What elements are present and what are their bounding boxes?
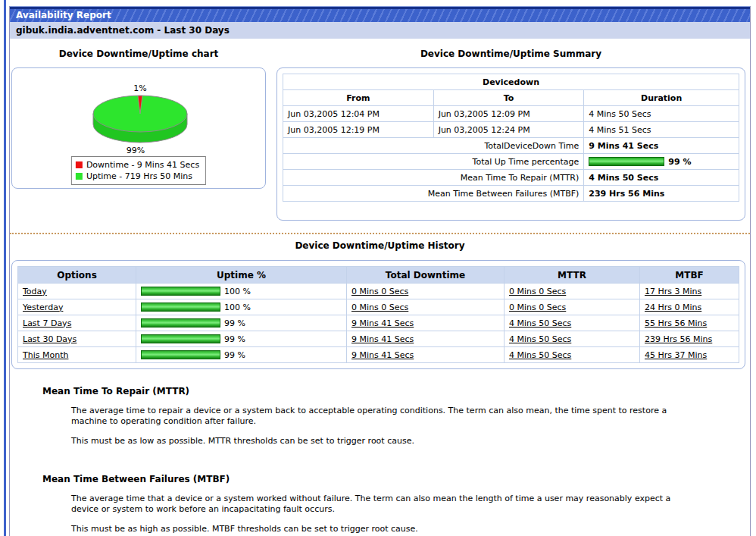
- pie-label-uptime-pct: 99%: [127, 146, 145, 155]
- summary-header-row: From To Duration: [283, 90, 739, 106]
- history-row-this-month: This Month 99 % 9 Mins 41 Secs 4 Mins 50…: [18, 347, 739, 363]
- devicedown-table-title: Devicedown: [283, 74, 739, 90]
- downtime-from: Jun 03,2005 12:04 PM: [283, 106, 434, 122]
- mtbf-link[interactable]: 239 Hrs 56 Mins: [645, 334, 712, 344]
- legend-uptime-label: Uptime - 719 Hrs 50 Mins: [86, 171, 192, 181]
- pie-label-downtime-pct: 1%: [133, 83, 146, 93]
- uptime-progress-bar: [141, 334, 220, 343]
- stat-row-total-down: TotalDeviceDown Time 9 Mins 41 Secs: [283, 138, 739, 154]
- history-row-last-30-days: Last 30 Days 99 % 9 Mins 41 Secs 4 Mins …: [18, 331, 739, 347]
- history-panel: Options Uptime % Total Downtime MTTR MTB…: [11, 260, 745, 369]
- chart-section-title: Device Downtime/Uptime chart: [11, 49, 266, 59]
- history-row-yesterday: Yesterday 100 % 0 Mins 0 Secs 0 Mins 0 S…: [18, 299, 739, 315]
- total-downtime-link[interactable]: 9 Mins 41 Secs: [351, 318, 414, 328]
- downtime-duration: 4 Mins 51 Secs: [584, 122, 739, 138]
- stat-label-mtbf: Mean Time Between Failures (MTBF): [283, 186, 584, 202]
- uptime-pct-value: 99 %: [224, 350, 245, 360]
- summary-section-title: Device Downtime/Uptime Summary: [276, 49, 745, 59]
- col-header-mttr: MTTR: [505, 267, 640, 284]
- downtime-from: Jun 03,2005 12:19 PM: [283, 122, 434, 138]
- pie-chart-panel: 1% 99% Downtime - 9 Mins 41 Secs Uptime …: [11, 67, 266, 189]
- mtbf-link[interactable]: 45 Hrs 37 Mins: [645, 350, 707, 360]
- legend-downtime-label: Downtime - 9 Mins 41 Secs: [86, 160, 199, 170]
- col-header-total-downtime: Total Downtime: [347, 267, 505, 284]
- total-downtime-link[interactable]: 9 Mins 41 Secs: [351, 350, 414, 360]
- mtbf-note: This must be as high as possible. MTBF t…: [71, 524, 694, 534]
- mttr-description: The average time to repair a device or a…: [71, 406, 694, 427]
- mttr-link[interactable]: 4 Mins 50 Secs: [509, 334, 571, 344]
- option-link-last-7-days[interactable]: Last 7 Days: [23, 318, 71, 328]
- mtbf-link[interactable]: 24 Hrs 0 Mins: [645, 302, 701, 312]
- mttr-link[interactable]: 4 Mins 50 Secs: [509, 318, 571, 328]
- option-link-today[interactable]: Today: [23, 287, 47, 296]
- mttr-note: This must be as low as possible. MTTR th…: [71, 436, 694, 447]
- summary-panel: Devicedown From To Duration Jun 03,2005 …: [276, 67, 745, 221]
- uptime-progress-bar: [141, 350, 220, 359]
- total-downtime-link[interactable]: 0 Mins 0 Secs: [351, 287, 408, 296]
- stat-label-mttr: Mean Time To Repair (MTTR): [283, 170, 584, 186]
- col-header-duration: Duration: [584, 90, 739, 106]
- stat-value-mttr: 4 Mins 50 Secs: [584, 170, 739, 186]
- history-row-today: Today 100 % 0 Mins 0 Secs 0 Mins 0 Secs …: [18, 284, 739, 299]
- legend-row-downtime: Downtime - 9 Mins 41 Secs: [76, 159, 199, 171]
- mtbf-link[interactable]: 55 Hrs 56 Mins: [645, 318, 707, 328]
- stat-row-mtbf: Mean Time Between Failures (MTBF) 239 Hr…: [283, 186, 739, 202]
- col-header-mtbf: MTBF: [640, 267, 739, 284]
- history-header-row: Options Uptime % Total Downtime MTTR MTB…: [18, 267, 739, 284]
- uptime-pct-value: 100 %: [224, 287, 251, 296]
- col-header-uptime: Uptime %: [136, 267, 347, 284]
- uptime-progress-bar: [141, 302, 220, 312]
- mtbf-description: The average time that a device or a syst…: [71, 494, 694, 515]
- col-header-to: To: [433, 90, 584, 106]
- top-section: Device Downtime/Uptime chart 1% 99% Down…: [10, 39, 750, 221]
- uptime-swatch-icon: [76, 173, 83, 180]
- downtime-row: Jun 03,2005 12:19 PM Jun 03,2005 12:24 P…: [283, 122, 739, 138]
- report-page: Availability Report gibuk.india.adventne…: [9, 6, 751, 536]
- option-link-last-30-days[interactable]: Last 30 Days: [23, 334, 77, 344]
- device-subtitle: gibuk.india.adventnet.com - Last 30 Days: [10, 22, 750, 39]
- legend-row-uptime: Uptime - 719 Hrs 50 Mins: [76, 171, 199, 182]
- uptime-pct-value: 99 %: [224, 334, 245, 344]
- glossary-section: Mean Time To Repair (MTTR) The average t…: [10, 369, 750, 534]
- uptime-progress-bar: [141, 287, 220, 296]
- stat-value-total-down: 9 Mins 41 Secs: [584, 138, 739, 154]
- uptime-pct-value: 99 %: [224, 318, 245, 328]
- uptime-pct-text: 99 %: [668, 157, 691, 167]
- stat-row-mttr: Mean Time To Repair (MTTR) 4 Mins 50 Sec…: [283, 170, 739, 186]
- downtime-duration: 4 Mins 50 Secs: [584, 106, 739, 122]
- mttr-link[interactable]: 0 Mins 0 Secs: [509, 287, 566, 296]
- option-link-this-month[interactable]: This Month: [23, 350, 68, 360]
- history-table: Options Uptime % Total Downtime MTTR MTB…: [17, 266, 739, 363]
- downtime-to: Jun 03,2005 12:24 PM: [433, 122, 584, 138]
- downtime-swatch-icon: [76, 161, 83, 168]
- dotted-divider: [10, 233, 750, 234]
- total-downtime-link[interactable]: 9 Mins 41 Secs: [351, 334, 414, 344]
- summary-column: Device Downtime/Uptime Summary Devicedow…: [276, 45, 745, 221]
- total-downtime-link[interactable]: 0 Mins 0 Secs: [351, 302, 408, 312]
- stat-row-uptime-pct: Total Up Time percentage 99 %: [283, 154, 739, 170]
- downtime-to: Jun 03,2005 12:09 PM: [433, 106, 584, 122]
- mttr-link[interactable]: 4 Mins 50 Secs: [509, 350, 571, 360]
- uptime-pct-value: 100 %: [224, 302, 251, 312]
- pie-legend: Downtime - 9 Mins 41 Secs Uptime - 719 H…: [71, 156, 206, 185]
- uptime-progress-bar: [589, 157, 664, 166]
- mtbf-link[interactable]: 17 Hrs 3 Mins: [645, 287, 701, 296]
- col-header-from: From: [283, 90, 434, 106]
- col-header-options: Options: [18, 267, 136, 284]
- history-section-title: Device Downtime/Uptime History: [10, 240, 750, 251]
- history-row-last-7-days: Last 7 Days 99 % 9 Mins 41 Secs 4 Mins 5…: [18, 315, 739, 331]
- stat-label-total-down: TotalDeviceDown Time: [283, 138, 584, 154]
- page-title: Availability Report: [10, 6, 750, 22]
- uptime-progress-bar: [141, 318, 220, 328]
- option-link-yesterday[interactable]: Yesterday: [23, 302, 63, 312]
- devicedown-table: Devicedown From To Duration Jun 03,2005 …: [283, 74, 739, 202]
- mttr-heading: Mean Time To Repair (MTTR): [42, 386, 704, 397]
- chart-column: Device Downtime/Uptime chart 1% 99% Down…: [11, 45, 266, 221]
- stat-value-uptime-pct: 99 %: [584, 154, 739, 170]
- downtime-row: Jun 03,2005 12:04 PM Jun 03,2005 12:09 P…: [283, 106, 739, 122]
- stat-value-mtbf: 239 Hrs 56 Mins: [584, 186, 739, 202]
- frame-divider: [4, 0, 6, 536]
- stat-label-uptime-pct: Total Up Time percentage: [283, 154, 584, 170]
- uptime-pie-chart: 1% 99%: [12, 70, 265, 156]
- mttr-link[interactable]: 0 Mins 0 Secs: [509, 302, 566, 312]
